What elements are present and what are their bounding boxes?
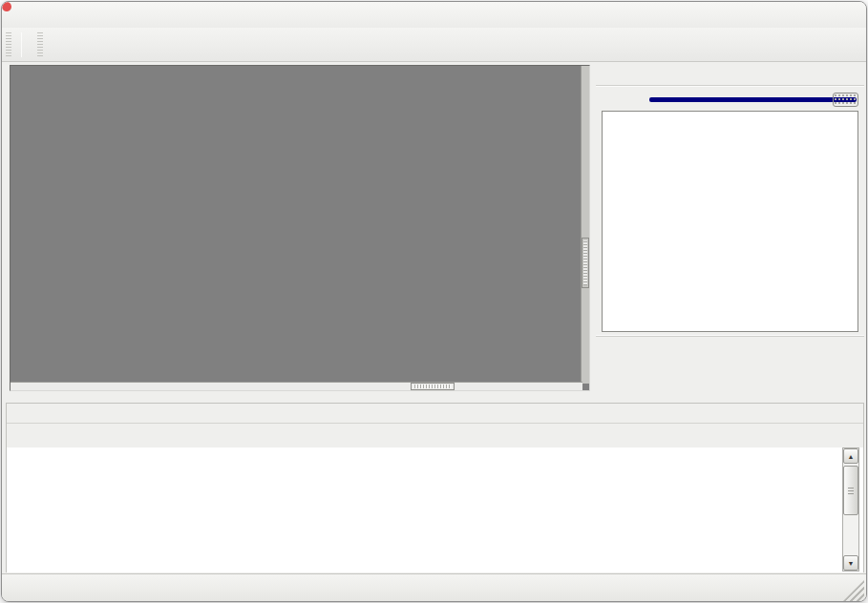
opacity-slider-handle[interactable]	[833, 93, 858, 107]
tileset-tab-bar	[7, 424, 863, 447]
tileset-content[interactable]	[7, 447, 863, 572]
toolbar-grip[interactable]	[6, 32, 11, 57]
resize-grip-icon[interactable]	[843, 580, 864, 601]
toolbar	[2, 28, 866, 62]
scroll-up-icon[interactable]: ▲	[843, 448, 858, 464]
map-vertical-scrollbar[interactable]	[581, 66, 589, 384]
close-panel-icon[interactable]	[845, 69, 859, 82]
status-bar	[2, 573, 866, 602]
close-panel-icon[interactable]	[844, 406, 858, 420]
float-panel-icon[interactable]	[825, 406, 839, 420]
map-vertical-scrollbar-thumb[interactable]	[582, 238, 589, 288]
tileset-vertical-scrollbar[interactable]: ▲ ▼	[842, 447, 859, 572]
opacity-row	[602, 91, 858, 108]
map-horizontal-scrollbar-thumb[interactable]	[411, 383, 455, 390]
toolbar-separator	[21, 32, 22, 57]
scroll-down-icon[interactable]: ▼	[843, 555, 858, 571]
map-object-layer[interactable]	[11, 66, 469, 371]
float-panel-icon[interactable]	[826, 69, 840, 82]
toolbar-grip-2[interactable]	[37, 32, 43, 57]
tileset-scrollbar-thumb[interactable]	[843, 466, 858, 515]
opacity-slider-track[interactable]	[649, 97, 857, 102]
menu-bar	[2, 2, 866, 28]
opacity-slider[interactable]	[649, 92, 858, 107]
tilesets-panel-titlebar	[7, 404, 863, 424]
map-horizontal-scrollbar[interactable]	[11, 382, 582, 390]
map-canvas[interactable]	[10, 65, 590, 391]
layer-list[interactable]	[602, 111, 858, 332]
layer-action-bar	[596, 336, 864, 366]
application-window: ▲ ▼	[1, 1, 867, 602]
tilesets-panel: ▲ ▼	[6, 403, 864, 572]
layers-panel	[596, 65, 864, 397]
layers-panel-titlebar	[596, 65, 864, 86]
